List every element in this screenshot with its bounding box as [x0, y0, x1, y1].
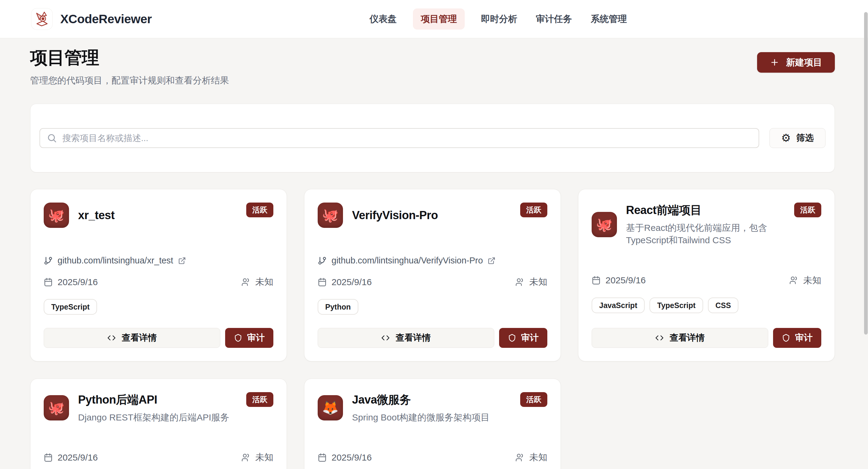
project-description: Django REST框架构建的后端API服务 [78, 411, 229, 424]
created-date-value: 2025/9/16 [332, 277, 372, 287]
created-date-value: 2025/9/16 [332, 452, 372, 463]
card-actions: 查看详情 审计 [318, 315, 547, 348]
nav-item-4[interactable]: 系统管理 [588, 8, 629, 30]
shield-icon [782, 334, 790, 342]
tag: JavaScript [592, 298, 645, 313]
audit-button[interactable]: 审计 [773, 328, 821, 348]
nav-item-0[interactable]: 仪表盘 [367, 8, 399, 30]
project-avatar-emoji: 🦊 [322, 401, 339, 414]
project-avatar-emoji: 🐙 [596, 218, 613, 231]
view-details-button[interactable]: 查看详情 [44, 328, 220, 348]
main-nav: 仪表盘 项目管理 即时分析 审计任务 系统管理 [367, 0, 629, 38]
scrollbar-track[interactable] [864, 0, 868, 469]
project-head-text: VerifyVision-Pro [352, 209, 438, 222]
project-card: 🐙 VerifyVision-Pro 活跃 github.com/lintsin… [304, 189, 561, 362]
members: 未知 [241, 451, 273, 464]
created-date-value: 2025/9/16 [58, 452, 98, 463]
app-header: XCodeReviewer 仪表盘 项目管理 即时分析 审计任务 系统管理 [0, 0, 868, 38]
project-name: Java微服务 [352, 392, 490, 408]
card-actions: 查看详情 审计 [44, 315, 273, 348]
app-logo-icon [31, 8, 53, 30]
created-date: 2025/9/16 [592, 275, 646, 285]
git-branch-icon [44, 256, 53, 265]
calendar-icon [318, 278, 327, 287]
project-name: React前端项目 [626, 202, 788, 218]
members-value: 未知 [255, 451, 273, 464]
users-icon [789, 276, 798, 285]
repo-url: github.com/lintsinghua/VerifyVision-Pro [332, 256, 483, 265]
search-box [39, 128, 759, 148]
view-details-button[interactable]: 查看详情 [318, 328, 494, 348]
project-meta-row: 2025/9/16 未知 [318, 451, 547, 464]
view-details-button[interactable]: 查看详情 [592, 328, 768, 348]
audit-button[interactable]: 审计 [225, 328, 273, 348]
gear-icon: ⚙ [781, 133, 791, 144]
tag: Python [318, 299, 358, 315]
project-meta-row: 2025/9/16 未知 [44, 276, 273, 288]
new-project-button[interactable]: 新建项目 [757, 52, 835, 73]
members: 未知 [789, 274, 821, 287]
status-badge: 活跃 [794, 202, 821, 217]
shield-icon [234, 334, 242, 342]
nav-item-2[interactable]: 即时分析 [478, 8, 520, 30]
created-date: 2025/9/16 [318, 452, 372, 463]
project-avatar: 🐙 [44, 395, 69, 420]
users-icon [241, 278, 250, 287]
project-description: 基于React的现代化前端应用，包含TypeScript和Tailwind CS… [626, 222, 788, 247]
members: 未知 [516, 451, 547, 464]
audit-button[interactable]: 审计 [499, 328, 547, 348]
project-card-head: 🐙 VerifyVision-Pro 活跃 [318, 202, 547, 228]
scrollbar-thumb[interactable] [864, 12, 868, 335]
project-name: Python后端API [78, 392, 229, 408]
calendar-icon [592, 276, 601, 285]
page-subtitle: 管理您的代码项目，配置审计规则和查看分析结果 [30, 74, 229, 87]
filter-button[interactable]: ⚙ 筛选 [770, 128, 826, 148]
view-details-label: 查看详情 [122, 332, 157, 344]
nav-item-label: 系统管理 [591, 14, 627, 24]
users-icon [516, 453, 524, 462]
members-value: 未知 [255, 276, 273, 288]
created-date: 2025/9/16 [318, 277, 372, 287]
brand-name: XCodeReviewer [60, 12, 152, 26]
project-meta-row: 2025/9/16 未知 [592, 274, 821, 287]
page-head-text: 项目管理 管理您的代码项目，配置审计规则和查看分析结果 [30, 46, 229, 87]
nav-item-1[interactable]: 项目管理 [413, 8, 465, 30]
brand[interactable]: XCodeReviewer [31, 8, 152, 30]
project-card-head: 🐙 xr_test 活跃 [44, 202, 273, 228]
project-meta-row: 2025/9/16 未知 [44, 451, 273, 464]
project-meta-row: 2025/9/16 未知 [318, 276, 547, 288]
calendar-icon [318, 453, 327, 462]
users-icon [516, 278, 524, 287]
repo-link[interactable]: github.com/lintsinghua/VerifyVision-Pro [318, 256, 547, 265]
page-title: 项目管理 [30, 46, 229, 70]
nav-item-label: 仪表盘 [370, 14, 397, 24]
users-icon [241, 453, 250, 462]
nav-item-label: 即时分析 [481, 14, 517, 24]
tags-row: Python [318, 299, 547, 315]
status-badge: 活跃 [520, 392, 547, 407]
project-description: Spring Boot构建的微服务架构项目 [352, 411, 490, 424]
members-value: 未知 [529, 276, 547, 288]
calendar-icon [44, 278, 53, 287]
project-name: xr_test [78, 209, 115, 222]
audit-label: 审计 [795, 332, 812, 344]
code-icon [381, 334, 390, 342]
nav-item-3[interactable]: 审计任务 [533, 8, 575, 30]
members-value: 未知 [529, 451, 547, 464]
search-input[interactable] [39, 128, 759, 148]
project-card-head: 🦊 Java微服务 Spring Boot构建的微服务架构项目 活跃 [318, 392, 547, 424]
external-link-icon [178, 257, 186, 264]
search-icon [47, 133, 57, 143]
project-head-text: Java微服务 Spring Boot构建的微服务架构项目 [352, 392, 490, 424]
created-date-value: 2025/9/16 [606, 275, 646, 285]
project-card: 🐙 Python后端API Django REST框架构建的后端API服务 活跃… [30, 379, 287, 469]
repo-link[interactable]: github.com/lintsinghua/xr_test [44, 256, 273, 265]
status-badge: 活跃 [246, 392, 273, 407]
card-actions: 查看详情 审计 [592, 315, 821, 348]
search-panel: ⚙ 筛选 [30, 104, 835, 173]
created-date-value: 2025/9/16 [58, 277, 98, 287]
view-details-label: 查看详情 [670, 332, 705, 344]
created-date: 2025/9/16 [44, 452, 98, 463]
shield-icon [508, 334, 516, 342]
code-icon [107, 334, 116, 342]
